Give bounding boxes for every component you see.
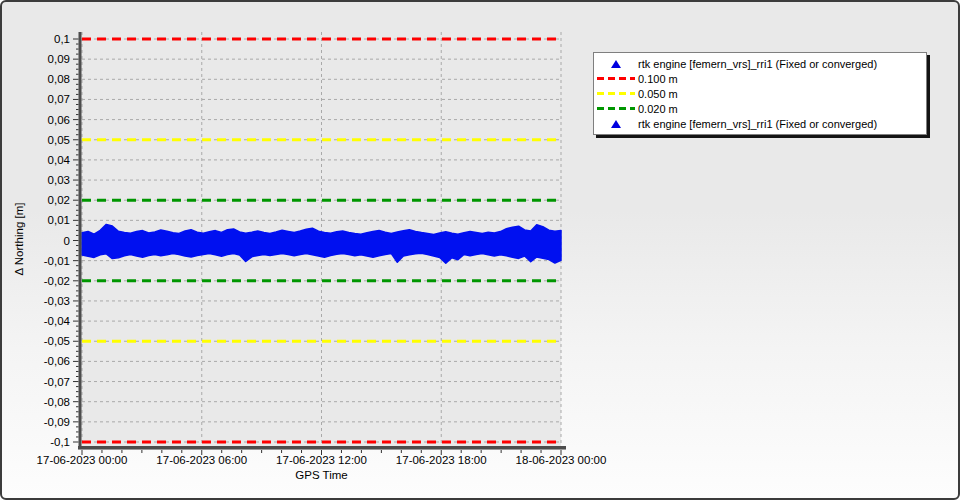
- legend-item-label: rtk engine [femern_vrs]_rri1 (Fixed or c…: [638, 118, 877, 130]
- y-tick-label: -0,07: [44, 376, 70, 388]
- y-tick-label: 0: [64, 235, 70, 247]
- x-tick-label: 18-06-2023 00:00: [516, 454, 607, 466]
- y-tick-label: -0,08: [44, 396, 70, 408]
- y-tick-label: -0,03: [44, 295, 70, 307]
- legend-item-0[interactable]: rtk engine [femern_vrs]_rri1 (Fixed or c…: [594, 56, 926, 71]
- y-tick-label: 0,06: [48, 114, 70, 126]
- y-tick-label: -0,1: [50, 436, 70, 448]
- y-axis-line: [79, 32, 82, 449]
- legend-marker-shape: [597, 107, 635, 110]
- legend-item-label: 0.050 m: [638, 88, 678, 100]
- dashed-line-marker-icon: [594, 92, 638, 95]
- legend-item-2[interactable]: 0.050 m: [594, 86, 926, 101]
- y-tick-label: -0,04: [44, 315, 71, 327]
- legend-marker-shape: [611, 120, 621, 128]
- legend-marker-shape: [597, 77, 635, 80]
- y-tick-label: 0,05: [48, 134, 70, 146]
- x-axis-shade: [78, 449, 566, 450]
- dashed-line-marker-icon: [594, 77, 638, 80]
- legend-item-1[interactable]: 0.100 m: [594, 71, 926, 86]
- x-tick-label: 17-06-2023 00:00: [37, 454, 128, 466]
- y-tick-label: -0,05: [44, 335, 70, 347]
- legend-item-label: 0.020 m: [638, 103, 678, 115]
- legend-item-4[interactable]: rtk engine [femern_vrs]_rri1 (Fixed or c…: [594, 116, 926, 131]
- x-axis-line: [78, 446, 566, 449]
- legend-box: rtk engine [femern_vrs]_rri1 (Fixed or c…: [593, 52, 927, 135]
- y-tick-label: -0,02: [44, 275, 70, 287]
- x-tick-label: 17-06-2023 12:00: [276, 454, 367, 466]
- y-axis-title: Δ Northing [m]: [13, 203, 25, 276]
- dashed-line-marker-icon: [594, 107, 638, 110]
- y-tick-label: -0,01: [44, 255, 70, 267]
- x-tick-label: 17-06-2023 06:00: [156, 454, 247, 466]
- legend-marker-shape: [597, 92, 635, 95]
- legend-item-label: 0.100 m: [638, 73, 678, 85]
- y-tick-label: 0,02: [48, 194, 70, 206]
- y-tick-label: 0,03: [48, 174, 70, 186]
- triangle-marker-icon: [594, 60, 638, 68]
- y-tick-label: 0,09: [48, 53, 70, 65]
- chart-window: 0,10,090,080,070,060,050,040,030,020,010…: [0, 0, 960, 500]
- y-tick-label: 0,04: [48, 154, 71, 166]
- y-tick-label: -0,06: [44, 355, 70, 367]
- x-axis-title: GPS Time: [295, 469, 347, 481]
- y-tick-label: 0,08: [48, 73, 70, 85]
- x-tick-label: 17-06-2023 18:00: [396, 454, 487, 466]
- legend-marker-shape: [611, 60, 621, 68]
- triangle-marker-icon: [594, 120, 638, 128]
- y-tick-label: 0,01: [48, 214, 70, 226]
- y-tick-label: 0,07: [48, 93, 70, 105]
- y-tick-label: -0,09: [44, 416, 70, 428]
- legend-item-3[interactable]: 0.020 m: [594, 101, 926, 116]
- legend-item-label: rtk engine [femern_vrs]_rri1 (Fixed or c…: [638, 58, 877, 70]
- y-tick-label: 0,1: [54, 33, 70, 45]
